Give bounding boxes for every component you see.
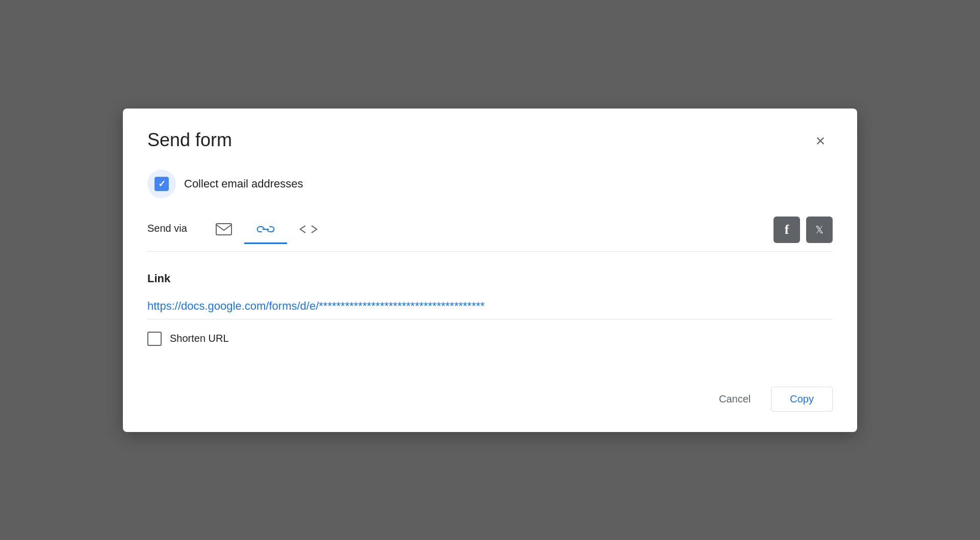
checkmark-icon: ✓ xyxy=(158,179,166,188)
dialog-title: Send form xyxy=(147,129,232,151)
tab-embed[interactable] xyxy=(287,223,330,245)
svg-rect-0 xyxy=(216,224,231,235)
shorten-url-row: Shorten URL xyxy=(147,332,833,346)
copy-button[interactable]: Copy xyxy=(771,387,833,412)
collect-email-label: Collect email addresses xyxy=(184,177,303,191)
collect-email-checkbox[interactable]: ✓ xyxy=(147,170,176,198)
send-via-label: Send via xyxy=(147,223,187,245)
link-section: Link https://docs.google.com/forms/d/e/*… xyxy=(147,252,833,383)
email-icon xyxy=(216,223,232,235)
dialog-footer: Cancel Copy xyxy=(147,387,833,412)
link-section-label: Link xyxy=(147,272,833,285)
tab-email[interactable] xyxy=(203,223,244,245)
twitter-button[interactable]: 𝕏 xyxy=(806,217,833,243)
dialog-overlay: Send form × ✓ Collect email addresses Se… xyxy=(0,0,980,540)
send-via-row: Send via xyxy=(147,217,833,252)
shorten-url-label: Shorten URL xyxy=(170,333,229,344)
social-icons: f 𝕏 xyxy=(773,217,833,251)
close-button[interactable]: × xyxy=(808,129,833,153)
facebook-icon: f xyxy=(785,222,789,237)
twitter-icon: 𝕏 xyxy=(815,224,823,236)
link-url[interactable]: https://docs.google.com/forms/d/e/******… xyxy=(147,300,833,319)
dialog-header: Send form × xyxy=(147,129,833,153)
embed-icon xyxy=(299,223,318,235)
checkbox-checked-state: ✓ xyxy=(154,177,169,191)
link-icon xyxy=(256,224,275,234)
shorten-url-checkbox[interactable] xyxy=(147,332,162,346)
cancel-button[interactable]: Cancel xyxy=(707,387,763,411)
tab-link[interactable] xyxy=(244,224,287,244)
collect-email-row: ✓ Collect email addresses xyxy=(147,170,833,198)
facebook-button[interactable]: f xyxy=(773,217,800,243)
send-form-dialog: Send form × ✓ Collect email addresses Se… xyxy=(123,109,857,432)
send-via-tabs xyxy=(203,223,773,245)
